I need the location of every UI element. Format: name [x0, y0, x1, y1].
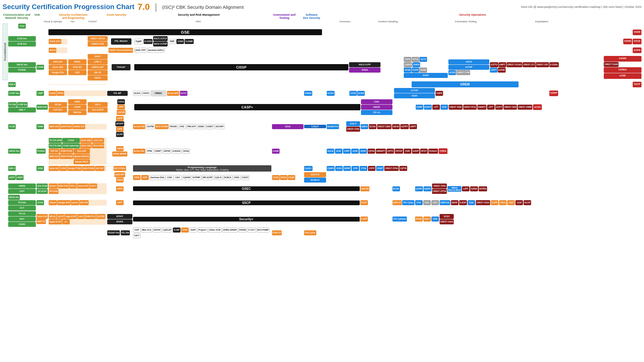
- header-info: More info @ www.pauljerimy.com/security-…: [521, 5, 641, 8]
- cert-gbfa: GBFA: [361, 124, 368, 129]
- cert-cct: CCT: [8, 206, 36, 211]
- col-srm-nse4: Programming Language Python, Java, C++, …: [133, 165, 271, 172]
- gsec-banner: GSEC: [133, 186, 360, 191]
- cert-cace: CACE: [49, 91, 56, 96]
- azure-certs-jncis: Azure SEA Azure SAA: [80, 138, 92, 148]
- page-container: Security Certification Progression Chart…: [0, 0, 644, 241]
- chart-body: Foundational CCar GSE OSEE: [3, 24, 641, 239]
- cert-ecsa: ECSA: [369, 124, 376, 129]
- cert-tuv-cysec2: TUV CySec: [304, 230, 316, 235]
- cert-cjiscap: C)ISCAP: [162, 228, 172, 233]
- col-ics-casp: CIS LI TUV COTCP: [87, 102, 108, 113]
- sub-pentest: Penetration Testing: [409, 20, 522, 23]
- cert-cgeit: CGEIT: [206, 124, 214, 129]
- cert-cept: CEPT: [490, 68, 497, 73]
- cert-nse8: NSE 8: [8, 82, 16, 87]
- cert-gdsa: GDSA: [88, 75, 108, 80]
- cert-aws-css: AWS CSS: [49, 124, 59, 129]
- cert-cams: CAMS: [8, 222, 36, 227]
- vcp-nv-group: VCP NV AWS SAA: [49, 149, 59, 164]
- cert-csx-pa: CSX-PA: [360, 186, 370, 191]
- cert-cism: CISM: [176, 39, 184, 44]
- cert-emwapt: eMWAPT: [376, 149, 386, 154]
- col-secops-jncis: EnCE ACE CHFI eCIR ECIH C)PSH eMWAPT C)P…: [327, 148, 641, 154]
- cert-sce: SCE: [68, 70, 86, 75]
- cert-epdpf: EPDPF: [107, 214, 132, 219]
- cert-cdpse: CDPSE: [117, 110, 125, 115]
- cert-azure-aa: Azure AA: [49, 166, 59, 171]
- cert-azure-fdn: Azure Fdn: [36, 214, 48, 219]
- cert-ecir: eCIR: [351, 149, 359, 154]
- col-srm-endp: CIPM CDP Zachman EAA CAD CAC C)ISSM DCRM…: [133, 175, 271, 180]
- casp-banner-wrap: CASP+: [134, 104, 360, 110]
- cert-oscp: OSCP: [633, 82, 641, 87]
- cert-ccthp: CCTHP: [394, 88, 435, 93]
- col-comm-jncis: JNCIS Sec: [8, 149, 36, 154]
- cert-splunk-esca: Splunk ESCA: [74, 159, 90, 164]
- cert-cis-la: CIS LA: [361, 110, 392, 115]
- col-comm-ccse: CCSE: [8, 124, 36, 129]
- cert-m365-eae: M365 EAE: [36, 105, 48, 110]
- crest-csas-group: CREST CSAS: [476, 200, 490, 205]
- row-ccie: CCIE Sec CCIE Ent VCDX DCV CREST CRTSA S…: [8, 36, 641, 47]
- cissp-banner-wrap: CISSP: [134, 64, 348, 70]
- cert-cced: GCED: [357, 91, 365, 96]
- cert-cysa-plus: CySA+: [304, 166, 313, 171]
- cert-crest-csas3: CREST CSAS: [440, 219, 454, 224]
- cert-asis-pci: ASIS PCI: [304, 172, 326, 177]
- cert-ewpt: eWPT: [499, 62, 506, 67]
- cert-apple-acsp: Apple ACSP: [49, 219, 62, 224]
- col-asset-gsec: CRFS: [107, 186, 132, 191]
- cert-azure-iotd: Azure IoTD: [77, 184, 89, 189]
- forensics-ccnp-row: CCFE GCED: [349, 91, 393, 96]
- row-endp: eNDP eWDP ASIS APP CNDA CIPM CDP Zachman…: [8, 172, 641, 183]
- sub-iam: [31, 20, 43, 23]
- col-asset-sscp: CIPP: [107, 200, 132, 205]
- cert-exin-pcsrm: EXIN PCSrM: [60, 154, 73, 159]
- cert-ccnp-sec: CCNP Sec: [8, 91, 20, 96]
- sub-soft: [300, 20, 322, 23]
- col-arch-nse8: [48, 84, 107, 85]
- cert-yoga-acsp: Yoga ACSP: [64, 214, 77, 219]
- cert-crtop: CRTOP: [395, 149, 403, 154]
- col-gcda: GCDA: [327, 91, 349, 96]
- col-srm-ccse: Scrum PSD GCPM BCS PCIRIM PEXIN CPD PMI …: [133, 124, 271, 129]
- cert-cerp: CERP: [154, 149, 162, 154]
- cert-dcbca: DCBCA: [223, 175, 232, 180]
- row-cissp: JNCIE Sec PCNSE CCDE AWS SAP Azure SAE G…: [8, 54, 641, 81]
- cert-cjva: C)VA: [515, 200, 523, 205]
- cert-crest-cwat: CREST CWAT: [377, 124, 392, 129]
- cert-csr: CSR: [404, 149, 411, 154]
- col-secops-rhca: GXPN: [328, 47, 641, 53]
- cert-gcih: GCIH: [394, 93, 435, 98]
- cert-csx-p: CSX-P: [346, 121, 360, 126]
- sub-headers: Cloud & SysOps *nix ICS/IoT GRC Forensic…: [3, 20, 641, 23]
- row-gse: GSE OSEE: [8, 29, 641, 35]
- cert-cesa: CESA: [182, 149, 190, 154]
- cert-asis-app: ASIS APP: [114, 172, 125, 177]
- cert-cipa: CIPA: [116, 127, 124, 132]
- cert-cjvcp: C)VCP: [57, 214, 64, 219]
- cert-isa-li: CIS LI: [88, 102, 108, 107]
- col-iam-gsec: CSA CCSK GCJCSO: [36, 184, 48, 194]
- cert-csa-ccsk: CSA CCSK: [92, 143, 104, 148]
- col-asset-bottom1: TOGAF Fdn ITIL Fdn: [107, 230, 132, 235]
- cert-togaf: TOGAF: [112, 64, 130, 70]
- cert-nse4: NSE 4: [8, 166, 16, 171]
- row-sscp: JNCIA Sec PCCSA CCT CCSA Cloud+ Google A…: [8, 195, 641, 211]
- cert-crest-ccsas: CREST CCSAS: [507, 62, 523, 67]
- cert-cscu: CSCU: [499, 200, 507, 205]
- col-nix-casp: GRID GCWN RHCSA: [68, 99, 87, 115]
- col-assess-ccse: GCIA: [272, 124, 303, 129]
- cert-crest-eces: ECES: [440, 214, 454, 219]
- cert-pgmp: PgMP: [134, 39, 143, 44]
- cert-csslp: CSSLP: [304, 125, 326, 128]
- cert-bcs-pciaa: BCS PCIAA: [114, 166, 126, 171]
- col-asset-endp: ASIS APP CNDA: [107, 172, 132, 183]
- cert-ewdp: eWDP: [16, 175, 24, 180]
- cert-google-ace: Google ACE: [57, 200, 70, 205]
- cert-gxpn: GXPN: [633, 47, 641, 53]
- col-srm-ccnp: GLEG CESO CRISC Scrum SPS GCCC: [133, 90, 271, 96]
- cert-linux-plus: Linux+: [71, 200, 79, 205]
- cert-capm: CAPM: [116, 146, 124, 151]
